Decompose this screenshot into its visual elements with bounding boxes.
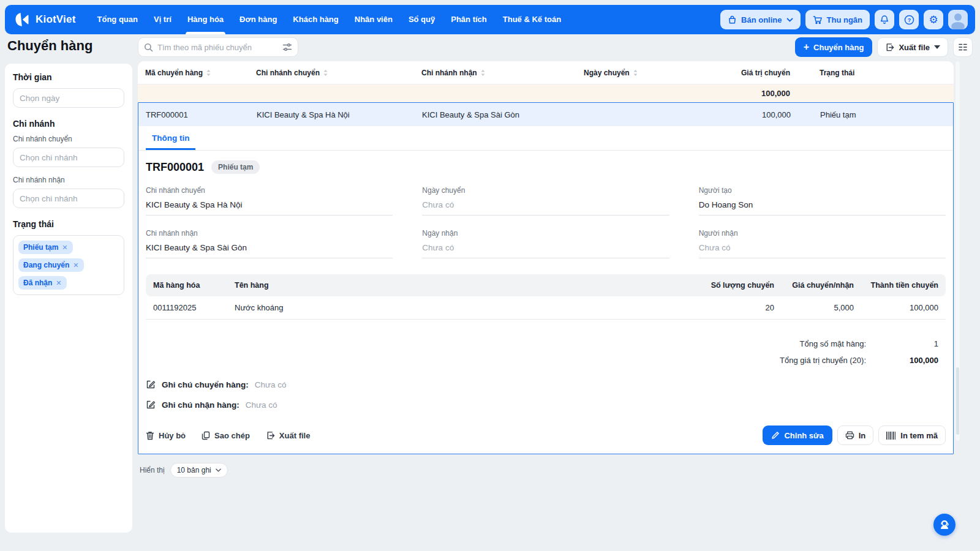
product-table-header: Mã hàng hóa Tên hàng Số lượng chuyển Giá…: [146, 274, 946, 296]
field-nguoi-nhan: Người nhận Chưa có: [699, 229, 946, 258]
col-gia-tri-chuyen[interactable]: Giá trị chuyển: [741, 69, 790, 77]
shop-bag-icon: [728, 15, 737, 24]
row-transfer-value: 100,000: [716, 110, 796, 119]
settings-button[interactable]: ⚙: [924, 10, 943, 29]
col-ma-chuyen-hang[interactable]: Mã chuyển hàng: [145, 69, 251, 77]
kiotviet-logo[interactable]: KiotViet: [13, 11, 76, 28]
bell-icon: [880, 15, 889, 24]
field-chi-nhanh-nhan: Chi nhánh nhận KICI Beauty & Spa Sài Gòn: [146, 229, 393, 258]
branch-to-input[interactable]: [13, 189, 124, 208]
total-value-line: Tổng giá trị chuyển (20): 100,000: [780, 356, 938, 365]
nav-thue-ke-toan[interactable]: Thuế & Kế toán: [495, 5, 569, 34]
thu-ngan-button[interactable]: Thu ngân: [805, 10, 870, 29]
table-scrollbar[interactable]: [956, 61, 960, 441]
branch-to-label: Chi nhánh nhận: [13, 176, 124, 184]
edit-note-icon[interactable]: [146, 380, 156, 389]
chevron-down-icon: [934, 45, 940, 49]
row-status: Phiếu tạm: [796, 110, 953, 119]
nav-so-quy[interactable]: Sổ quỹ: [401, 5, 443, 34]
remove-chip-icon[interactable]: ✕: [56, 279, 61, 287]
create-transfer-button[interactable]: + Chuyển hàng: [795, 37, 873, 57]
detail-code: TRF000001: [146, 161, 204, 174]
nav-nhan-vien[interactable]: Nhân viên: [347, 5, 401, 34]
nav-tong-quan[interactable]: Tổng quan: [89, 5, 146, 34]
export-icon: [885, 43, 894, 52]
export-file-button[interactable]: Xuất file: [877, 37, 948, 57]
remove-chip-icon[interactable]: ✕: [62, 244, 67, 252]
branch-from-label: Chi nhánh chuyển: [13, 135, 124, 143]
row-code: TRF000001: [138, 110, 257, 119]
transfer-detail-panel: TRF000001 KICI Beauty & Spa Hà Nội KICI …: [138, 102, 954, 454]
export-detail-button[interactable]: Xuất file: [266, 431, 311, 440]
nav-khach-hang[interactable]: Khách hàng: [285, 5, 346, 34]
summary-row: 100,000: [138, 84, 954, 102]
question-icon: ?: [904, 15, 914, 25]
svg-text:?: ?: [907, 17, 911, 23]
receive-note[interactable]: Ghi chú nhận hàng: Chưa có: [146, 400, 946, 410]
total-items-line: Tổng số mặt hàng: 1: [800, 339, 938, 348]
pencil-icon: [771, 431, 780, 440]
filter-sliders-icon[interactable]: [282, 43, 292, 51]
edit-button[interactable]: Chỉnh sửa: [763, 425, 832, 445]
field-nguoi-tao: Người tạo Do Hoang Son: [699, 186, 946, 216]
sort-icon: [323, 69, 328, 77]
remove-chip-icon[interactable]: ✕: [73, 261, 78, 269]
chevron-down-icon: [216, 468, 221, 472]
column-settings-button[interactable]: [953, 37, 973, 57]
avatar-body: [951, 22, 965, 29]
search-input[interactable]: [157, 43, 278, 52]
nav-vi-tri[interactable]: Vị trí: [146, 5, 179, 34]
row-branch-from: KICI Beauty & Spa Hà Nội: [257, 110, 422, 119]
cancel-transfer-button[interactable]: Hủy bỏ: [146, 431, 186, 440]
col-chi-nhanh-nhan[interactable]: Chi nhánh nhận: [421, 69, 579, 77]
search-icon: [144, 43, 153, 52]
user-avatar[interactable]: [948, 10, 968, 29]
support-chat-button[interactable]: [933, 514, 956, 536]
avatar-head: [954, 13, 962, 21]
top-navbar: KiotViet Tổng quan Vị trí Hàng hóa Đơn h…: [5, 5, 975, 34]
field-ngay-chuyen: Ngày chuyển Chưa có: [422, 186, 669, 216]
nav-don-hang[interactable]: Đơn hàng: [232, 5, 285, 34]
notifications-button[interactable]: [875, 10, 894, 29]
date-filter-input[interactable]: [13, 88, 124, 108]
field-ngay-nhan: Ngày nhận Chưa có: [422, 229, 669, 258]
status-chip-da-nhan[interactable]: Đã nhận✕: [18, 276, 67, 290]
page-size-select[interactable]: 10 bản ghi: [170, 463, 228, 478]
ban-online-button[interactable]: Bán online: [720, 10, 800, 29]
status-chip-phieu-tam[interactable]: Phiếu tạm✕: [18, 241, 73, 254]
edit-note-icon[interactable]: [146, 400, 156, 410]
status-chip-dang-chuyen[interactable]: Đang chuyển✕: [18, 258, 84, 272]
status-chip-box[interactable]: Phiếu tạm✕ Đang chuyển✕ Đã nhận✕: [13, 235, 124, 295]
display-label: Hiển thị: [140, 466, 165, 474]
print-barcode-button[interactable]: In tem mã: [878, 425, 946, 445]
col-ngay-chuyen[interactable]: Ngày chuyển: [584, 69, 710, 77]
detail-action-bar: Hủy bỏ Sao chép Xu: [138, 418, 953, 454]
nav-hang-hoa[interactable]: Hàng hóa: [179, 5, 232, 34]
export-icon: [266, 431, 275, 440]
branch-filter-heading: Chi nhánh: [13, 119, 124, 129]
transfer-note[interactable]: Ghi chú chuyển hàng: Chưa có: [146, 380, 946, 389]
tab-thong-tin[interactable]: Thông tin: [146, 126, 195, 150]
transfer-list: Mã chuyển hàng Chi nhánh chuyển Chi nhán…: [138, 61, 954, 478]
product-table: Mã hàng hóa Tên hàng Số lượng chuyển Giá…: [146, 274, 946, 320]
copy-icon: [202, 431, 210, 440]
table-header-row: Mã chuyển hàng Chi nhánh chuyển Chi nhán…: [138, 61, 954, 84]
summary-transfer-value: 100,000: [715, 89, 795, 98]
branch-from-input[interactable]: [13, 148, 124, 167]
nav-phan-tich[interactable]: Phân tích: [443, 5, 495, 34]
table-row[interactable]: TRF000001 KICI Beauty & Spa Hà Nội KICI …: [138, 103, 953, 126]
copy-button[interactable]: Sao chép: [202, 431, 250, 440]
field-chi-nhanh-chuyen: Chi nhánh chuyển KICI Beauty & Spa Hà Nộ…: [146, 186, 393, 216]
scrollbar-thumb[interactable]: [956, 367, 959, 435]
help-button[interactable]: ?: [899, 10, 919, 29]
plus-icon: +: [804, 42, 809, 52]
page-title: Chuyển hàng: [7, 38, 92, 54]
kiotviet-logo-icon: [13, 11, 31, 28]
printer-icon: [845, 431, 854, 440]
col-chi-nhanh-chuyen[interactable]: Chi nhánh chuyển: [256, 69, 417, 77]
chevron-down-icon: [786, 18, 793, 22]
main-nav: Tổng quan Vị trí Hàng hóa Đơn hàng Khách…: [89, 5, 570, 34]
print-button[interactable]: In: [837, 425, 874, 445]
cart-icon: [813, 15, 823, 24]
product-row: 0011192025 Nước khoáng 20 5,000 100,000: [146, 296, 946, 320]
